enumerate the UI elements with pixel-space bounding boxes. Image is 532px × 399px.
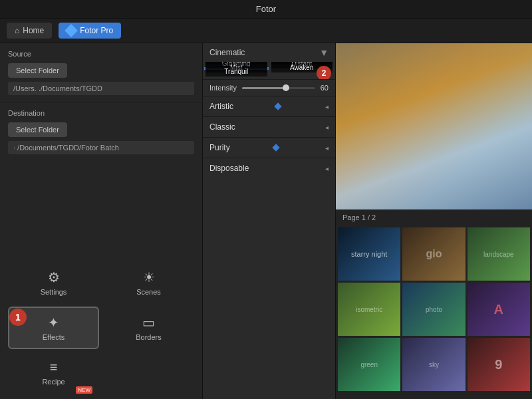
left-panel: Source Select Folder /Users. ./Documents… [0,43,203,399]
intensity-row: Intensity 60 [203,80,335,96]
recipe-icon: ≡ [50,360,58,375]
classic-section: Classic ◂ [203,116,335,137]
cinematic-label: Cinematic [209,48,245,57]
dest-path: · /Documents/TGDD/Fotor Batch [8,141,194,154]
thumbnail-1[interactable]: starry night [338,227,400,281]
source-section: Source Select Folder /Users. ./Documents… [0,43,202,102]
thumbnail-3[interactable]: landscape [467,227,530,281]
disposable-header[interactable]: Disposable ◂ [203,158,335,178]
artistic-header[interactable]: Artistic ◂ [203,96,335,116]
page-indicator-text: Page 1 / 2 [342,213,376,221]
source-label: Source [8,50,194,58]
nav-bar: ⌂ Home Fotor Pro [0,19,532,43]
pro-label: Fotor Pro [80,26,113,35]
scenes-icon: ☀ [143,269,155,285]
scenes-label: Scenes [136,288,161,296]
content: Source Select Folder /Users. ./Documents… [0,43,532,399]
thumbnail-8[interactable]: sky [402,338,465,391]
right-panel: Page 1 / 2 starry night gio landscape is… [336,43,532,399]
intensity-section: Intensity 60 [203,79,335,96]
new-badge: NEW [76,386,92,394]
destination-section: Destination Select Folder · /Documents/T… [0,102,202,161]
diamond-artistic-icon [274,102,281,110]
artistic-section: Artistic ◂ [203,96,335,116]
scroll-arrow-icon: ▼ [319,47,329,58]
select-folder-label: Select Folder [16,66,59,74]
step1-indicator: 1 [9,309,27,326]
artistic-arrow-icon: ◂ [325,103,329,110]
dest-select-folder-button[interactable]: Select Folder [8,122,67,137]
classic-arrow-icon: ◂ [325,124,329,131]
home-label: Home [23,26,44,35]
settings-icon: ⚙ [48,269,60,285]
preview-image [336,43,532,209]
thumbnail-6[interactable]: A [467,283,530,336]
home-button[interactable]: ⌂ Home [7,23,52,39]
step2-indicator: 2 [317,66,331,79]
thumbnail-4[interactable]: isometric [338,283,400,336]
thumbnail-2[interactable]: gio [402,227,465,281]
effects-panel: Cinematic ▼ None 2 Vivid [203,43,336,399]
purity-label: Purity [209,143,230,152]
effects-label: Effects [43,333,65,341]
tools-grid: ⚙ Settings ☀ Scenes ✦ Effects ▭ Borders [0,256,202,399]
thumbnail-7[interactable]: green [338,338,400,391]
pro-button[interactable]: Fotor Pro [59,23,121,39]
classic-header[interactable]: Classic ◂ [203,117,335,137]
purity-section: Purity ◂ [203,137,335,158]
artistic-label: Artistic [209,102,233,111]
classic-label: Classic [209,122,235,132]
destination-label: Destination [8,109,194,117]
source-select-folder-button[interactable]: Select Folder [8,63,67,78]
recipe-tool[interactable]: ≡ Recipe NEW [8,353,99,392]
effects-grid: None 2 Vivid Gloaming [203,62,335,79]
borders-label: Borders [136,333,162,341]
intensity-value: 60 [321,84,329,92]
diamond-icon [65,24,78,37]
diamond-purity-icon [273,144,280,151]
app-title: Fotor [256,4,276,14]
app: Fotor ⌂ Home Fotor Pro Source Select Fol… [0,0,532,399]
title-bar: Fotor [0,0,532,19]
effect-tranquil-label: Tranquil [205,66,267,76]
page-indicator: Page 1 / 2 [336,209,532,225]
recipe-label: Recipe [42,378,65,386]
borders-icon: ▭ [142,315,155,331]
settings-label: Settings [41,288,67,296]
thumbnails-grid: starry night gio landscape isometric pho… [336,225,532,393]
thumbnail-5[interactable]: photo [402,283,465,336]
thumbnail-9[interactable]: 9 [467,338,530,391]
intensity-fill [242,87,286,89]
effect-tranquil[interactable]: Tranquil [204,75,269,78]
purity-arrow-icon: ◂ [325,144,329,152]
tools-wrapper: 1 ⚙ Settings ☀ Scenes ✦ Effects [0,161,202,399]
intensity-label: Intensity [209,84,237,92]
dest-folder-label: Select Folder [16,126,59,134]
disposable-arrow-icon: ◂ [325,165,329,172]
settings-tool[interactable]: ⚙ Settings [8,263,99,303]
home-icon: ⌂ [15,26,19,35]
disposable-section: Disposable ◂ [203,158,335,178]
disposable-label: Disposable [209,164,249,173]
scenes-tool[interactable]: ☀ Scenes [103,263,194,303]
cinematic-header[interactable]: Cinematic ▼ [203,43,335,62]
borders-tool[interactable]: ▭ Borders [103,307,194,349]
intensity-slider[interactable] [242,87,315,89]
source-path: /Users. ./Documents/TGDD [8,82,194,95]
purity-header[interactable]: Purity ◂ [203,138,335,158]
intensity-thumb[interactable] [283,84,289,91]
effects-icon: ✦ [48,315,59,331]
